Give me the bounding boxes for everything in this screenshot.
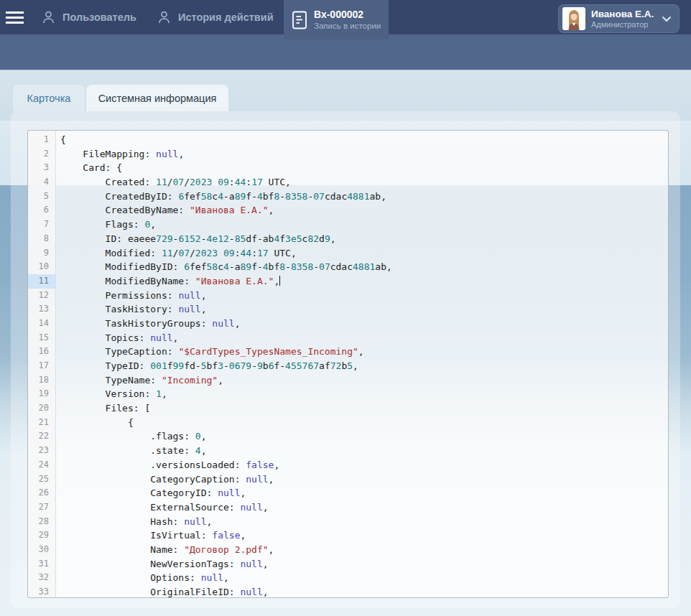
line-number: 18 [28, 373, 55, 388]
line-number: 16 [28, 345, 55, 359]
json-viewer: 1234567891011121314151617181920212223242… [27, 130, 669, 598]
line-number: 1 [28, 133, 55, 147]
tab-system-info-label: Системная информация [98, 93, 217, 104]
nav-tab-user-label: Пользователь [62, 11, 136, 23]
code-line[interactable]: Flags: 0, [60, 218, 668, 232]
code-line[interactable]: { [60, 416, 668, 430]
tab-system-info[interactable]: Системная информация [86, 85, 228, 111]
code-line[interactable]: Permissions: null, [60, 289, 668, 303]
line-number: 17 [28, 359, 55, 373]
line-number: 20 [28, 401, 55, 416]
line-number: 33 [28, 585, 55, 598]
code-line[interactable]: CategoryCaption: null, [60, 472, 668, 487]
line-number: 23 [28, 444, 55, 458]
code-line[interactable]: { [60, 133, 668, 147]
nav-tab-document-active[interactable]: Вх-000002 Запись в истории [284, 0, 389, 39]
line-number: 8 [28, 232, 55, 246]
line-number: 31 [28, 557, 55, 571]
line-number: 2 [28, 147, 55, 162]
code-line[interactable]: ModifiedByName: "Иванова Е.А.", [60, 274, 668, 289]
line-number: 30 [28, 543, 55, 557]
code-area[interactable]: { FileMapping: null, Card: { Created: 11… [56, 131, 668, 597]
code-line[interactable]: FileMapping: null, [60, 147, 668, 162]
code-line[interactable]: Hash: null, [60, 515, 668, 529]
line-number: 21 [28, 416, 55, 430]
code-line[interactable]: ID: eaeee729-6152-4e12-85df-ab4f3e5c82d9… [60, 232, 668, 246]
line-number: 32 [28, 571, 55, 585]
menu-icon[interactable] [6, 11, 24, 24]
avatar [562, 7, 585, 30]
user-icon [157, 9, 172, 25]
line-number: 28 [28, 515, 55, 529]
code-line[interactable]: CreatedByID: 6fef58c4-a89f-4bf8-8358-07c… [60, 190, 668, 204]
line-number: 12 [28, 289, 55, 303]
line-number: 7 [28, 218, 55, 232]
tab-card-label: Карточка [27, 93, 71, 104]
line-number: 24 [28, 458, 55, 472]
code-line[interactable]: Card: { [60, 161, 668, 175]
code-line[interactable]: ModifiedByID: 6fef58c4-a89f-4bf8-8358-07… [60, 260, 668, 274]
code-line[interactable]: Options: null, [60, 571, 668, 585]
line-number: 11 [28, 274, 55, 289]
line-number: 26 [28, 486, 55, 500]
code-line[interactable]: Version: 1, [60, 387, 668, 401]
line-number-gutter: 1234567891011121314151617181920212223242… [28, 131, 56, 597]
chevron-down-icon [662, 16, 672, 22]
line-number: 29 [28, 528, 55, 543]
line-number: 25 [28, 472, 55, 487]
nav-tab-history-label: История действий [178, 11, 274, 23]
nav-tab-user[interactable]: Пользователь [41, 0, 136, 34]
active-tab-subtitle: Запись в истории [314, 21, 381, 31]
tab-card[interactable]: Карточка [13, 85, 85, 111]
line-number: 4 [28, 175, 55, 190]
line-number: 22 [28, 429, 55, 444]
document-icon [292, 10, 307, 30]
active-tab-title: Вх-000002 [314, 9, 381, 21]
code-line[interactable]: OriginalFileID: null, [60, 585, 668, 598]
code-line[interactable]: CategoryID: null, [60, 486, 668, 500]
code-line[interactable]: TaskHistory: null, [60, 302, 668, 317]
line-number: 10 [28, 260, 55, 274]
code-line[interactable]: Created: 11/07/2023 09:44:17 UTC, [60, 175, 668, 190]
line-number: 5 [28, 190, 55, 204]
line-number: 9 [28, 246, 55, 261]
code-line[interactable]: TaskHistoryGroups: null, [60, 317, 668, 331]
code-line[interactable]: .state: 4, [60, 444, 668, 458]
text-caret [279, 276, 280, 286]
code-line[interactable]: TypeCaption: "$CardTypes_TypesNames_Inco… [60, 345, 668, 359]
line-number: 27 [28, 500, 55, 515]
code-line[interactable]: .versionsLoaded: false, [60, 458, 668, 472]
code-line[interactable]: CreatedByName: "Иванова Е.А.", [60, 203, 668, 218]
line-number: 14 [28, 317, 55, 331]
line-number: 19 [28, 387, 55, 401]
code-line[interactable]: Topics: null, [60, 331, 668, 345]
code-line[interactable]: TypeID: 001f99fd-5bf3-0679-9b6f-455767af… [60, 359, 668, 373]
code-line[interactable]: Files: [ [60, 401, 668, 416]
code-line[interactable]: NewVersionTags: null, [60, 557, 668, 571]
code-line[interactable]: ExternalSource: null, [60, 500, 668, 515]
line-number: 15 [28, 331, 55, 345]
line-number: 13 [28, 302, 55, 317]
user-icon [41, 9, 56, 25]
code-line[interactable]: Name: "Договор 2.pdf", [60, 543, 668, 557]
code-line[interactable]: IsVirtual: false, [60, 528, 668, 543]
header-band [0, 34, 691, 70]
user-name: Иванова Е.А. [591, 9, 654, 20]
line-number: 6 [28, 203, 55, 218]
code-line[interactable]: Modified: 11/07/2023 09:44:17 UTC, [60, 246, 668, 261]
nav-tab-history[interactable]: История действий [157, 0, 274, 34]
code-line[interactable]: .flags: 0, [60, 429, 668, 444]
line-number: 3 [28, 161, 55, 175]
user-menu[interactable]: Иванова Е.А. Администратор [558, 4, 680, 33]
code-line[interactable]: TypeName: "Incoming", [60, 373, 668, 388]
user-role: Администратор [591, 20, 654, 29]
